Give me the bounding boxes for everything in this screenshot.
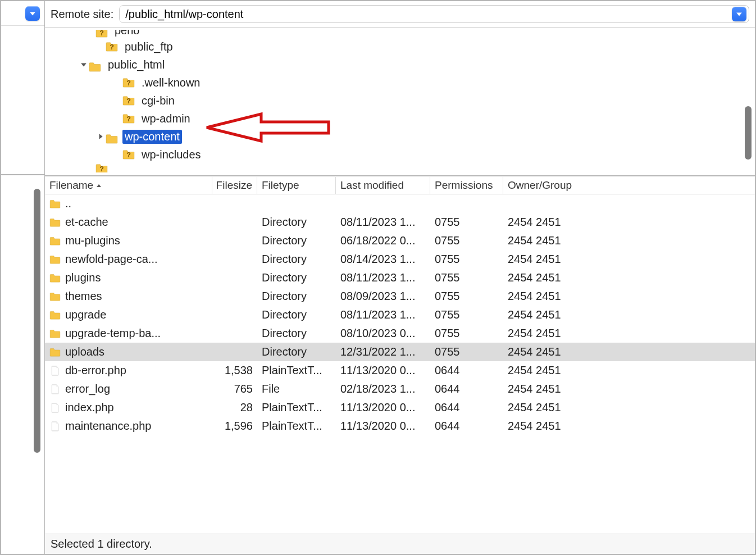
remote-site-address-bar: Remote site: xyxy=(45,1,755,28)
folder-icon xyxy=(49,329,61,339)
cell-lmod: 11/13/2020 0... xyxy=(336,363,430,378)
folder-unknown-icon xyxy=(95,163,108,172)
sort-ascending-icon xyxy=(95,179,102,192)
tree-item-label[interactable]: wp-admin xyxy=(139,112,193,126)
file-icon xyxy=(49,421,61,431)
remote-path-input[interactable] xyxy=(123,8,728,21)
column-header-filetype[interactable]: Filetype xyxy=(257,177,336,194)
file-row[interactable]: db-error.php1,538PlainTextT...11/13/2020… xyxy=(45,361,755,380)
folder-icon xyxy=(49,199,61,209)
chevron-right-icon[interactable] xyxy=(95,133,106,140)
tree-item[interactable]: wp-content xyxy=(48,128,752,145)
remote-directory-tree[interactable]: perio public_ftppublic_html.well-knowncg… xyxy=(45,28,755,176)
chevron-down-icon[interactable] xyxy=(79,61,89,68)
cell-owner xyxy=(503,203,588,205)
cell-lmod: 02/18/2023 1... xyxy=(336,381,430,397)
cell-type xyxy=(257,203,336,205)
cell-type: PlainTextT... xyxy=(257,400,336,415)
file-name: error_log xyxy=(65,383,110,395)
cell-type: File xyxy=(257,381,336,397)
file-name: newfold-page-ca... xyxy=(65,253,158,266)
column-header-filesize[interactable]: Filesize xyxy=(212,177,257,194)
cell-owner: 2454 2451 xyxy=(503,233,588,248)
file-name: et-cache xyxy=(65,216,108,229)
file-row[interactable]: maintenance.php1,596PlainTextT...11/13/2… xyxy=(45,417,755,435)
folder-unknown-icon xyxy=(95,30,108,38)
cell-size xyxy=(212,277,257,279)
file-name: upgrade-temp-ba... xyxy=(65,327,161,340)
file-row[interactable]: mu-pluginsDirectory06/18/2022 0...075524… xyxy=(45,231,755,250)
file-row[interactable]: .. xyxy=(45,194,755,213)
cell-size xyxy=(212,203,257,205)
cell-owner: 2454 2451 xyxy=(503,326,588,341)
cell-size xyxy=(212,351,257,353)
cell-perm: 0755 xyxy=(430,215,503,230)
remote-site-pane: Remote site: perio public_ftppublic_html… xyxy=(45,1,755,554)
cell-perm: 0755 xyxy=(430,252,503,267)
folder-icon xyxy=(49,217,61,228)
file-row[interactable]: themesDirectory08/09/2023 1...07552454 2… xyxy=(45,287,755,306)
tree-item[interactable]: cgi-bin xyxy=(48,92,752,110)
file-row[interactable]: upgradeDirectory08/11/2023 1...07552454 … xyxy=(45,306,755,324)
tree-item[interactable]: wp-includes xyxy=(48,145,752,163)
remote-path-dropdown-button[interactable] xyxy=(732,7,746,21)
folder-icon xyxy=(49,236,61,246)
tree-item[interactable]: public_ftp xyxy=(48,38,752,56)
folder-unknown-icon xyxy=(106,42,118,52)
tree-item-label[interactable]: .well-known xyxy=(139,76,202,90)
app-window: Remote site: perio public_ftppublic_html… xyxy=(0,0,756,555)
file-name: .. xyxy=(65,197,71,210)
cell-type: Directory xyxy=(257,215,336,230)
cell-type: Directory xyxy=(257,270,336,285)
cell-size xyxy=(212,221,257,224)
file-row[interactable]: uploadsDirectory12/31/2022 1...07552454 … xyxy=(45,343,755,361)
column-header-lastmodified[interactable]: Last modified xyxy=(336,177,430,194)
file-row[interactable]: upgrade-temp-ba...Directory08/10/2023 0.… xyxy=(45,324,755,343)
cell-lmod: 08/10/2023 0... xyxy=(336,326,430,341)
remote-site-label: Remote site: xyxy=(51,8,113,21)
cell-size xyxy=(212,258,257,261)
folder-icon xyxy=(106,131,118,142)
scrollbar-thumb[interactable] xyxy=(745,106,752,160)
column-header-filename[interactable]: Filename xyxy=(45,177,212,194)
scrollbar-thumb[interactable] xyxy=(34,189,40,453)
file-list-header[interactable]: Filename Filesize Filetype Last modified… xyxy=(45,176,755,194)
file-row[interactable]: index.php28PlainTextT...11/13/2020 0...0… xyxy=(45,398,755,417)
cell-lmod: 08/11/2023 1... xyxy=(336,307,430,322)
file-icon xyxy=(49,366,61,376)
file-row[interactable]: pluginsDirectory08/11/2023 1...07552454 … xyxy=(45,269,755,287)
tree-item[interactable]: public_html xyxy=(48,56,752,74)
cell-type: Directory xyxy=(257,252,336,267)
local-site-dropdown-button[interactable] xyxy=(25,6,40,21)
file-row[interactable]: newfold-page-ca...Directory08/14/2023 1.… xyxy=(45,250,755,269)
cell-owner: 2454 2451 xyxy=(503,289,588,304)
tree-item-label[interactable]: cgi-bin xyxy=(139,94,177,108)
cell-type: Directory xyxy=(257,233,336,248)
column-header-ownergroup[interactable]: Owner/Group xyxy=(503,177,588,194)
folder-icon xyxy=(49,292,61,302)
folder-icon xyxy=(49,347,61,357)
cell-lmod: 12/31/2022 1... xyxy=(336,344,430,360)
file-row[interactable]: error_log765File02/18/2023 1...06442454 … xyxy=(45,380,755,398)
tree-item-label[interactable]: wp-includes xyxy=(139,148,203,162)
file-row[interactable]: et-cacheDirectory08/11/2023 1...07552454… xyxy=(45,213,755,231)
tree-item-label[interactable]: perio xyxy=(112,30,142,38)
cell-owner: 2454 2451 xyxy=(503,270,588,285)
cell-perm: 0755 xyxy=(430,307,503,322)
cell-owner: 2454 2451 xyxy=(503,381,588,397)
cell-lmod: 08/11/2023 1... xyxy=(336,215,430,230)
tree-item-label[interactable]: public_html xyxy=(106,58,167,72)
cell-lmod: 11/13/2020 0... xyxy=(336,418,430,434)
column-header-permissions[interactable]: Permissions xyxy=(430,177,503,194)
remote-path-combo[interactable] xyxy=(119,5,749,23)
cell-type: Directory xyxy=(257,289,336,304)
file-list[interactable]: ..et-cacheDirectory08/11/2023 1...075524… xyxy=(45,194,755,534)
tree-item-label[interactable]: public_ftp xyxy=(122,40,175,54)
tree-item-label[interactable]: wp-content xyxy=(122,130,182,144)
tree-item[interactable]: wp-admin xyxy=(48,110,752,128)
tree-item[interactable]: .well-known xyxy=(48,74,752,92)
cell-perm: 0755 xyxy=(430,326,503,341)
cell-owner: 2454 2451 xyxy=(503,363,588,378)
cell-lmod: 11/13/2020 0... xyxy=(336,400,430,415)
file-name: uploads xyxy=(65,345,104,358)
